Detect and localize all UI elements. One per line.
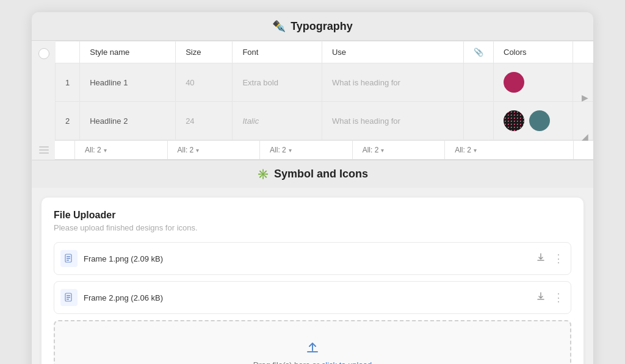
table-row: 2 Headline 2 24 Italic What is heading f…	[56, 102, 593, 140]
file-item-2: Frame 2.png (2.06 kB) ⋮	[54, 281, 571, 314]
color-dot-teal	[529, 110, 550, 131]
typography-title: Typography	[291, 20, 353, 33]
footer-style[interactable]: All: 2 ▾	[75, 141, 168, 159]
drop-text: Drag file(s) here or	[253, 360, 322, 364]
typography-header: ✒️ Typography	[32, 12, 593, 41]
file-item-right-1: ⋮	[536, 252, 565, 265]
color-dot-dotted	[504, 110, 524, 131]
size-1: 40	[176, 63, 233, 102]
row-num-2: 2	[56, 102, 80, 140]
download-icon-2[interactable]	[536, 291, 546, 304]
footer-font[interactable]: All: 2 ▾	[260, 141, 353, 159]
row-num-1: 1	[56, 63, 80, 102]
uploader-subtitle: Please upload finished designs for icons…	[54, 223, 571, 232]
chevron-down-icon: ▾	[289, 147, 292, 154]
file-uploader-section: File Uploader Please upload finished des…	[42, 198, 583, 364]
use-1: What is heading for	[322, 63, 463, 102]
attach-2	[464, 102, 494, 140]
left-sidebar	[32, 41, 56, 160]
footer-size-label: All: 2	[178, 146, 194, 154]
more-icon-2[interactable]: ⋮	[553, 292, 565, 303]
uploader-title: File Uploader	[54, 210, 571, 221]
table-row: 1 Headline 1 40 Extra bold What is headi…	[56, 63, 593, 102]
file-item-right-2: ⋮	[536, 291, 565, 304]
table-footer: All: 2 ▾ All: 2 ▾ All: 2 ▾ All: 2 ▾ All:…	[55, 140, 593, 160]
chevron-down-icon: ▾	[474, 147, 477, 154]
sidebar-circle	[38, 48, 49, 59]
footer-use[interactable]: All: 2 ▾	[353, 141, 446, 159]
color-dot	[504, 72, 524, 93]
sidebar-line	[39, 149, 49, 151]
style-name-1: Headline 1	[80, 63, 176, 102]
file-item-left-1: Frame 1.png (2.09 kB)	[60, 250, 163, 267]
symbol-section-header: ✳️ Symbol and Icons	[32, 160, 593, 188]
svg-rect-1	[67, 256, 70, 257]
right-arrow-bottom-icon: ◢	[582, 132, 588, 141]
font-1: Extra bold	[233, 63, 322, 102]
file-item-left-2: Frame 2.png (2.06 kB)	[60, 289, 163, 306]
sidebar-line	[39, 146, 49, 148]
th-colors: Colors	[494, 41, 573, 63]
file-name-1: Frame 1.png (2.09 kB)	[84, 254, 163, 263]
drop-zone[interactable]: Drag file(s) here or click to upload	[54, 320, 571, 364]
footer-colors[interactable]: All: 2 ▾	[445, 141, 574, 159]
svg-rect-7	[67, 299, 69, 300]
main-container: ✒️ Typography ▶ Style name Size Font Use	[32, 12, 593, 364]
attach-1	[464, 63, 494, 102]
more-icon-1[interactable]: ⋮	[553, 253, 565, 264]
typography-table-wrapper: ▶ Style name Size Font Use 📎 Colors	[32, 41, 593, 160]
click-to-upload-link[interactable]: click to upload	[322, 360, 372, 364]
upload-icon	[304, 338, 321, 355]
footer-spacer	[55, 141, 75, 159]
th-spacer	[573, 41, 593, 63]
svg-rect-5	[67, 295, 70, 296]
font-2: Italic	[233, 102, 322, 140]
colors-1	[494, 63, 573, 102]
th-attach: 📎	[464, 41, 494, 63]
file-icon-2	[60, 289, 78, 306]
right-arrow-icon: ▶	[582, 93, 588, 102]
footer-end	[574, 141, 593, 159]
sidebar-line	[39, 152, 49, 154]
attach-icon: 📎	[474, 48, 483, 57]
footer-colors-label: All: 2	[455, 146, 471, 154]
svg-rect-2	[67, 258, 70, 259]
file-icon-1	[60, 250, 78, 267]
style-name-2: Headline 2	[80, 102, 176, 140]
th-use: Use	[322, 41, 463, 63]
symbol-icon: ✳️	[257, 168, 269, 180]
colors-2	[494, 102, 573, 140]
file-name-2: Frame 2.png (2.06 kB)	[84, 293, 163, 302]
footer-style-label: All: 2	[85, 146, 101, 154]
th-font: Font	[233, 41, 322, 63]
chevron-down-icon: ▾	[381, 147, 384, 154]
footer-font-label: All: 2	[270, 146, 286, 154]
svg-rect-6	[67, 297, 70, 298]
svg-rect-3	[67, 260, 69, 261]
typography-icon: ✒️	[272, 20, 286, 33]
th-size: Size	[176, 41, 233, 63]
symbol-title: Symbol and Icons	[274, 168, 368, 180]
drop-zone-text: Drag file(s) here or click to upload	[253, 360, 372, 364]
th-row-num	[56, 41, 80, 63]
footer-size[interactable]: All: 2 ▾	[168, 141, 261, 159]
footer-use-label: All: 2	[363, 146, 379, 154]
use-2: What is heading for	[322, 102, 463, 140]
chevron-down-icon: ▾	[104, 147, 107, 154]
sidebar-lines	[39, 146, 49, 154]
chevron-down-icon: ▾	[196, 147, 199, 154]
size-2: 24	[176, 102, 233, 140]
download-icon-1[interactable]	[536, 252, 546, 265]
th-style-name: Style name	[80, 41, 176, 63]
file-item-1: Frame 1.png (2.09 kB) ⋮	[54, 242, 571, 275]
typography-table: Style name Size Font Use 📎 Colors 1 Head…	[55, 41, 593, 140]
